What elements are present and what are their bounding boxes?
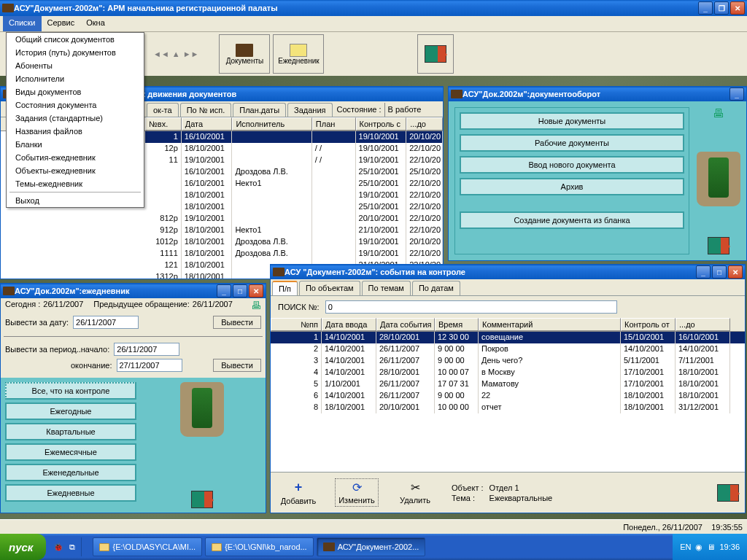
close-button[interactable]: ✕ [728,265,743,279]
maximize-button[interactable]: □ [712,265,727,279]
menu-windows[interactable]: Окна [80,16,111,31]
table-row[interactable]: 314/10/200126/11/20079 00 00День чего?5/… [271,355,745,367]
restore-button[interactable]: ❐ [714,1,729,15]
taskbar-item[interactable]: {E:\OLD\ASY\CLA\MI... [93,537,202,556]
nav-up-icon[interactable]: ▲ [172,50,180,58]
search-input[interactable] [325,300,617,314]
events-grid[interactable]: 114/10/200128/10/200112 30 00совещание15… [271,332,745,472]
diary-titlebar[interactable]: АСУ"Док.2002м":ежедневник _□✕ [1,284,266,298]
flow-btn[interactable]: Рабочие документы [460,134,684,152]
flow-btn[interactable]: Создание документа из бланка [460,211,684,229]
flow-btn[interactable]: Ввод нового документа [460,156,684,174]
tray-icon[interactable]: 🖥 [707,542,715,551]
dd-item[interactable]: События-ежедневник [7,151,144,164]
maximize-button[interactable]: □ [233,284,247,298]
table-row[interactable]: 18/10/200119/10/200122/10/20 [145,190,443,201]
filter-btn[interactable]: Еженедельные [5,464,136,481]
clock[interactable]: 19:36 [719,542,740,551]
table-row[interactable]: 912р18/10/2001Некто121/10/200122/10/20 [145,225,443,236]
table-row[interactable]: 16/10/2001Некто125/10/200122/10/20 [145,178,443,190]
events-titlebar[interactable]: АСУ "Документ-2002м": события на контрол… [271,265,745,279]
dd-item[interactable]: Объекты-ежедневник [7,164,144,177]
edit-button[interactable]: ⟳Изменить [335,478,379,507]
nav-left-icon[interactable]: ◄◄ [153,50,169,58]
minimize-button[interactable]: _ [217,284,231,298]
tab[interactable]: По датам [412,281,460,295]
print-icon[interactable]: 🖶 [251,300,261,311]
exit-icon[interactable] [191,491,213,508]
dd-item[interactable]: Состояния документа [7,98,144,112]
delete-button[interactable]: ✂Удалить [393,481,437,505]
table-row[interactable]: 614/10/200126/11/20079 00 002218/10/2001… [271,390,745,402]
dd-item[interactable]: Темы-ежедневник [7,177,144,190]
menu-service[interactable]: Сервис [42,16,81,31]
main-statusbar: Понедел., 26/11/2007 19:35:55 [0,519,747,534]
docflow-titlebar[interactable]: АСУ"Док.2002м":документооборот _ [449,87,746,101]
close-button[interactable]: ✕ [249,284,263,298]
filter-btn[interactable]: Ежедневные [5,484,136,502]
table-row[interactable]: 111118/10/2001Дроздова Л.В.19/10/200122/… [145,248,443,260]
tb-documents[interactable]: Документы [219,34,270,74]
tb-diary[interactable]: Ежедневник [273,34,324,74]
filter-btn[interactable]: Ежемесячные [5,443,136,461]
tab[interactable]: П/п [272,281,298,295]
table-row[interactable]: 818/10/200120/10/200110 00 00отчет18/10/… [271,402,745,413]
dd-item[interactable]: Исполнители [7,72,144,85]
tab[interactable]: По темам [362,281,411,295]
dd-item[interactable]: Задания (стандартные) [7,112,144,125]
table-row[interactable]: 414/10/200128/10/200110 00 07в Москву17/… [271,367,745,378]
dd-item[interactable]: Названия файлов [7,125,144,138]
out-date-input[interactable] [73,316,139,329]
out-btn[interactable]: Вывести [213,316,261,329]
period-end-input[interactable] [117,359,182,372]
tray-icon[interactable]: 🐞 [53,542,63,552]
flow-btn[interactable]: Новые документы [460,112,684,130]
tab[interactable]: Задания [287,103,332,117]
filter-btn[interactable]: Все, что на контроле [5,382,136,400]
close-button[interactable]: ✕ [730,1,745,15]
table-row[interactable]: 1012р18/10/2001Дроздова Л.В.19/10/200120… [145,236,443,248]
tray-icon[interactable]: ◉ [695,542,703,552]
add-button[interactable]: +Добавить [276,480,320,505]
taskbar-item[interactable]: АСУ"Документ-2002... [317,537,426,556]
table-row[interactable]: 1119/10/2001/ /19/10/200122/10/20 [145,155,443,166]
table-row[interactable]: 16/10/2001Дроздова Л.В.25/10/200125/10/2… [145,166,443,178]
table-row[interactable]: 812р19/10/200120/10/200122/10/20 [145,213,443,225]
table-row[interactable]: 51/10/200126/11/200717 07 31Маматову17/1… [271,378,745,390]
tab[interactable]: По объектам [299,281,360,295]
taskbar-item[interactable]: {E:\OL\GNI\kb_narod... [205,537,314,556]
system-tray[interactable]: EN ◉ 🖥 19:36 [673,534,747,560]
minimize-button[interactable]: _ [696,265,711,279]
exit-icon[interactable] [708,237,729,254]
table-row[interactable]: 114/10/200128/10/200112 30 00совещание15… [271,332,745,343]
tb-exit[interactable] [417,34,454,74]
filter-btn[interactable]: Ежегодные [5,402,136,420]
table-row[interactable]: 18/10/200125/10/200122/10/20 [145,201,443,213]
filter-btn[interactable]: Квартальные [5,423,136,440]
tab[interactable]: По № исп. [180,103,232,117]
menu-lists[interactable]: Списки [3,16,42,31]
minimize-button[interactable]: _ [729,88,744,101]
start-button[interactable]: пуск [0,534,46,560]
main-titlebar[interactable]: АСУ"Документ-2002м": АРМ начальника реги… [0,0,747,16]
tab[interactable]: ок-та [147,103,179,117]
tab[interactable]: План.даты [233,103,286,117]
table-row[interactable]: 214/10/200126/11/20079 00 00Покров14/10/… [271,343,745,355]
minimize-button[interactable]: _ [698,1,713,15]
dd-item[interactable]: Общий список документов [7,33,144,46]
dd-item[interactable]: Виды документов [7,85,144,98]
dd-item[interactable]: Абоненты [7,59,144,72]
nav-right-icon[interactable]: ►► [183,50,199,58]
dd-item[interactable]: Бланки [7,138,144,151]
period-btn[interactable]: Вывести [213,359,261,372]
dd-exit[interactable]: Выход [7,194,144,207]
dd-item[interactable]: История (путь) документов [7,46,144,59]
flow-btn[interactable]: Архив [460,178,684,195]
tray-icon[interactable]: ⧉ [69,542,75,552]
table-row[interactable]: 116/10/200119/10/200120/10/20 [145,131,443,143]
print-icon[interactable]: 🖶 [713,107,724,120]
period-start-input[interactable] [114,343,179,356]
lang-indicator[interactable]: EN [680,542,691,551]
exit-icon[interactable] [717,484,739,502]
table-row[interactable]: 12р18/10/2001/ /19/10/200122/10/20 [145,143,443,155]
